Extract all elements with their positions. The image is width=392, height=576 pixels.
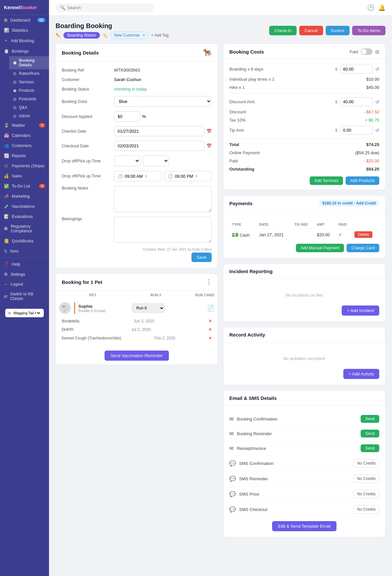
time-to-input[interactable]: 🕐 06:00 PM × — [164, 171, 212, 181]
new-customer-close[interactable]: × — [143, 33, 145, 38]
sidebar-item-help[interactable]: ❓ Help — [0, 259, 49, 269]
sms-confirmation-button[interactable]: No Credits — [353, 459, 379, 468]
check-in-button[interactable]: Check-In — [269, 26, 297, 35]
dog-icon: 🐕‍🦺 — [203, 48, 212, 57]
sidebar-item-settings[interactable]: ⚙ Settings — [0, 269, 49, 279]
new-customer-tag[interactable]: New Customer × — [110, 32, 148, 39]
delete-payment-button[interactable]: Delete — [354, 231, 372, 238]
sidebar-item-admin[interactable]: ◎ Admin — [9, 112, 49, 120]
sidebar-item-postcards[interactable]: ◎ Postcards — [9, 95, 49, 103]
sidebar-item-services[interactable]: ◎ Services — [9, 78, 49, 86]
kennel-select[interactable]: Wagging Tail Kennel — [12, 311, 41, 315]
credit-badge[interactable]: $180.10 in credit · Add Credit — [319, 200, 379, 206]
sidebar-item-products[interactable]: ◉ Products — [9, 86, 49, 95]
vaccination-row-0: Bordetella Jun 3, 2020 ✕ — [57, 317, 217, 325]
paid-toggle-switch[interactable] — [361, 48, 372, 55]
grid-icon[interactable]: ⊞ — [375, 49, 379, 55]
search-box[interactable]: 🔍 — [56, 3, 154, 12]
todo-items-button[interactable]: To-Do Items — [352, 26, 385, 35]
send-receipt-invoice-button[interactable]: Send — [361, 444, 379, 452]
cancel-button[interactable]: Cancel — [299, 26, 323, 35]
discount-row: Discount - $67.50 — [229, 108, 379, 116]
add-products-button[interactable]: Add Products — [346, 176, 379, 185]
add-incident-button[interactable]: + Add Incident — [342, 305, 379, 316]
send-booking-reminder-button[interactable]: Send — [361, 430, 379, 437]
boarding-refresh-icon[interactable]: ↺ — [375, 67, 379, 72]
add-activity-button[interactable]: + Add Activity — [343, 369, 379, 379]
sidebar-item-logout[interactable]: ← Logout — [0, 279, 49, 289]
dropoff-time-select[interactable] — [114, 156, 140, 166]
sidebar-item-waitlist[interactable]: ⏳ Waitlist 5 — [0, 120, 49, 130]
pickup-time-select[interactable] — [143, 156, 169, 166]
run-cell: Run 6 — [129, 300, 182, 317]
belongings-textarea[interactable] — [114, 217, 212, 243]
sms-price-button[interactable]: No Credits — [353, 490, 379, 498]
time-from-input[interactable]: 🕐 09:00 AM × — [114, 171, 162, 181]
add-services-button[interactable]: Add Services — [310, 176, 343, 185]
vacc-name-1: DHPPi — [62, 327, 74, 332]
payments-table: TYPE DATE T/X REF AMT PAID — [229, 221, 379, 240]
run-select[interactable]: Run 6 — [132, 304, 165, 313]
sidebar-item-add-booking[interactable]: ＋ Add Booking — [0, 35, 49, 46]
send-booking-confirmation-button[interactable]: Send — [361, 415, 379, 423]
sidebar-item-dashboard[interactable]: ⊞ Dashboard 10 — [0, 15, 49, 25]
sidebar-item-evaluations[interactable]: 📝 Evaluations — [0, 211, 49, 222]
sidebar-item-booking-details[interactable]: ◉ Booking Details — [9, 56, 49, 69]
charge-card-button[interactable]: Charge Card — [347, 244, 379, 252]
edit-icon[interactable]: ✏️ — [56, 33, 61, 38]
sidebar-item-payments[interactable]: 🛒 Payments (Stripe) — [0, 161, 49, 171]
edit-send-template-button[interactable]: Edit & Send Template Email — [272, 521, 336, 531]
sidebar-item-regulatory[interactable]: 🏛 Regulatory Compliance — [0, 222, 49, 236]
payments-card: Payments $180.10 in credit · Add Credit … — [223, 195, 385, 258]
sms-reminder-button[interactable]: No Credits — [353, 474, 379, 483]
save-button[interactable]: Save — [191, 253, 212, 262]
boarding-waiver-tag[interactable]: Boarding Waiver — [63, 32, 100, 39]
sidebar-item-sales[interactable]: 💰 Sales — [0, 171, 49, 181]
sidebar-item-qa[interactable]: ◎ Q&A — [9, 103, 49, 112]
sidebar-item-vaccinations[interactable]: 💉 Vaccinations — [0, 201, 49, 211]
discount-input[interactable] — [114, 111, 140, 122]
sidebar-item-rates-runs[interactable]: ◎ Rates/Runs — [9, 69, 49, 78]
statistics-icon: 📊 — [4, 28, 9, 33]
booking-costs-title: Booking Costs — [229, 49, 264, 55]
sidebar-item-customers[interactable]: 👥 Customers — [0, 140, 49, 151]
search-input[interactable] — [67, 5, 149, 10]
checkout-date-input[interactable] — [114, 141, 204, 151]
send-vaccination-reminder-button[interactable]: Send Vaccination Reminder — [105, 351, 169, 361]
booking-color-select[interactable]: Blue — [114, 96, 212, 107]
discount-refresh-icon[interactable]: ↺ — [375, 99, 379, 105]
time-from-clear[interactable]: × — [145, 173, 147, 179]
checkin-date-input[interactable] — [114, 126, 204, 136]
time-to-clear[interactable]: × — [195, 173, 198, 179]
tip-input[interactable] — [340, 126, 373, 135]
sidebar-item-statistics[interactable]: 📊 Statistics — [0, 25, 49, 35]
incident-reporting-header: Incident Reporting — [223, 264, 385, 279]
booking-notes-textarea[interactable] — [114, 186, 212, 212]
email-sms-body: ✉ Booking Confirmation Send ✉ Booking Re… — [223, 406, 385, 537]
incident-reporting-title: Incident Reporting — [229, 269, 273, 274]
sidebar-item-quickbooks[interactable]: 📒 QuickBooks — [0, 236, 49, 246]
bell-icon[interactable]: 🔔 — [378, 4, 385, 11]
tip-refresh-icon[interactable]: ↺ — [375, 128, 379, 133]
sidebar-item-kb-classic[interactable]: ⇄ Switch to KB Classic — [0, 289, 49, 304]
bookings-icon: 📋 — [4, 49, 9, 54]
sidebar-item-reports[interactable]: 📈 Reports — [0, 151, 49, 161]
more-options-icon[interactable]: ⋮ — [206, 278, 212, 286]
discount-amt-input[interactable] — [340, 97, 373, 106]
email-label-2: Receipt/Invoice — [237, 446, 361, 451]
kennel-selector[interactable]: ⊙ Wagging Tail Kennel — [5, 309, 44, 317]
booking-pet-header: Booking for 1 Pet ⋮ — [56, 274, 218, 290]
sidebar-item-todo[interactable]: ✅ To-Do List 4 — [0, 181, 49, 191]
kb-classic-icon: ⇄ — [4, 294, 8, 299]
sidebar-item-marketing[interactable]: 📣 Marketing — [0, 191, 49, 201]
boarding-input[interactable] — [340, 65, 373, 74]
add-tag-btn[interactable]: + Add Tag — [151, 33, 169, 38]
sidebar-item-bookings[interactable]: 📋 Bookings — [0, 46, 49, 56]
run-card-icon[interactable]: 📄 — [207, 305, 214, 311]
sidebar-item-calendars[interactable]: 📅 Calendars — [0, 130, 49, 140]
sidebar-item-xero[interactable]: 𝕏 Xero — [0, 246, 49, 256]
sms-checkout-button[interactable]: No Credits — [353, 505, 379, 514]
help-icon: ❓ — [4, 262, 9, 267]
invoice-button[interactable]: Invoice — [326, 26, 350, 35]
add-manual-payment-button[interactable]: Add Manual Payment — [296, 244, 344, 252]
